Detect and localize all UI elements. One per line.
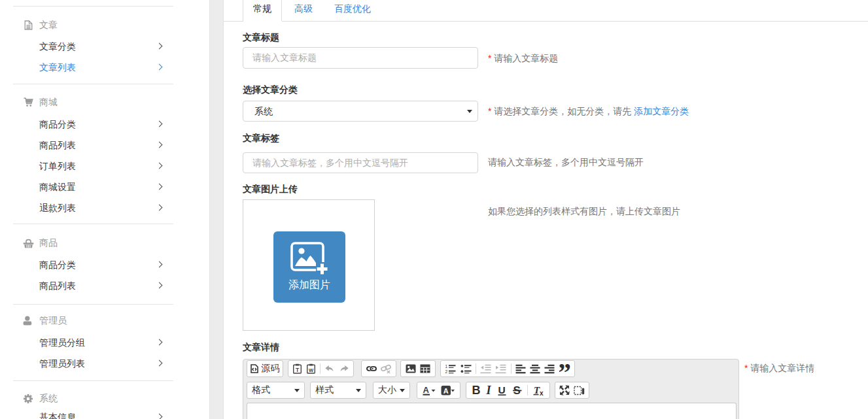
svg-text:I: I bbox=[486, 384, 492, 396]
svg-text:x: x bbox=[540, 390, 544, 397]
svg-text:A: A bbox=[423, 385, 430, 395]
svg-text:B: B bbox=[472, 384, 481, 396]
svg-text:1: 1 bbox=[445, 364, 448, 369]
svg-text:W: W bbox=[309, 367, 314, 373]
svg-text:U: U bbox=[498, 384, 506, 395]
svg-text:T: T bbox=[296, 367, 300, 373]
svg-text:”: ” bbox=[559, 364, 570, 374]
svg-text:A: A bbox=[443, 386, 449, 394]
svg-text:2: 2 bbox=[445, 369, 448, 374]
